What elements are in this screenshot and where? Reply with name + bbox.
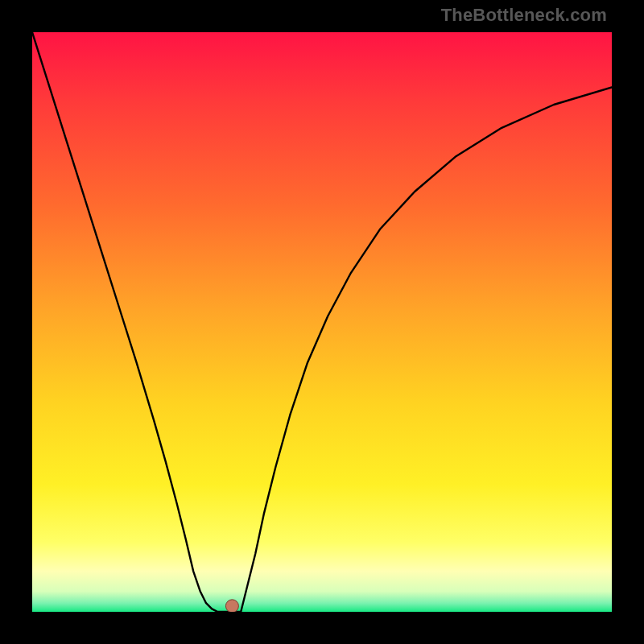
watermark-text: TheBottleneck.com xyxy=(441,5,607,26)
gradient-background xyxy=(32,32,612,612)
chart-svg xyxy=(32,32,612,612)
chart-frame: TheBottleneck.com xyxy=(0,0,644,644)
optimum-marker xyxy=(225,600,238,612)
plot-area xyxy=(32,32,612,612)
